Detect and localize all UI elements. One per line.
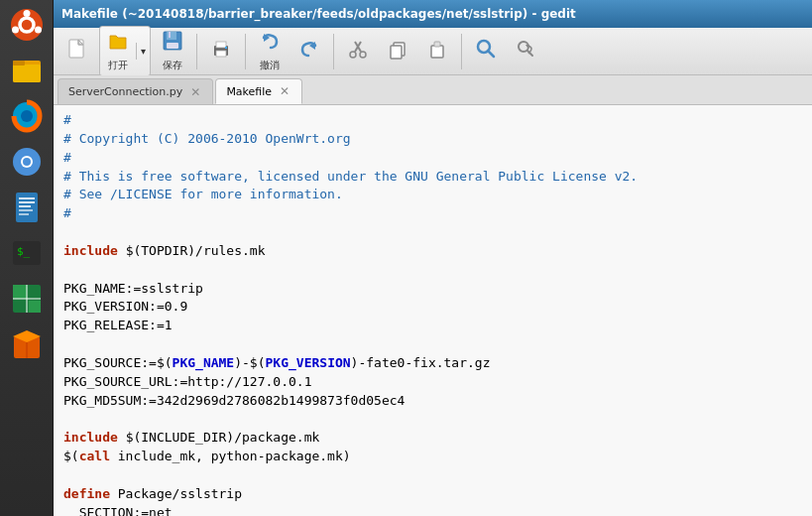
svg-rect-7 xyxy=(13,61,25,65)
print-button[interactable] xyxy=(203,35,239,67)
svg-rect-48 xyxy=(391,46,402,59)
undo-icon xyxy=(259,30,281,57)
svg-rect-23 xyxy=(29,301,41,313)
svg-rect-15 xyxy=(19,201,35,203)
svg-rect-36 xyxy=(167,43,178,49)
cut-icon xyxy=(347,38,369,64)
svg-rect-38 xyxy=(216,42,226,48)
copy-icon xyxy=(387,38,408,64)
firefox-icon[interactable] xyxy=(6,95,48,137)
save-icon xyxy=(162,30,183,57)
svg-rect-22 xyxy=(13,285,27,299)
package-icon[interactable] xyxy=(6,323,48,365)
titlebar-title: Makefile (~20140818/barrier_breaker/feed… xyxy=(61,7,576,21)
svg-rect-17 xyxy=(19,209,33,211)
tabbar: ServerConnection.py ✕ Makefile ✕ xyxy=(54,75,812,105)
redo-icon xyxy=(298,38,320,64)
toolbar: 打开 ▾ 保存 xyxy=(54,28,812,75)
separator-4 xyxy=(461,34,462,69)
chrome-icon[interactable] xyxy=(6,141,48,183)
svg-point-4 xyxy=(12,27,19,34)
paste-button[interactable] xyxy=(419,35,455,67)
replace-button[interactable] xyxy=(508,35,543,67)
svg-rect-49 xyxy=(431,46,443,58)
new-icon xyxy=(66,38,88,64)
tab-makefile-label: Makefile xyxy=(226,85,272,98)
terminal-icon[interactable]: $_ xyxy=(6,232,48,274)
svg-rect-34 xyxy=(167,32,176,40)
svg-point-9 xyxy=(21,110,33,122)
redo-button[interactable] xyxy=(291,35,327,67)
separator-3 xyxy=(333,34,334,69)
tab-serverconnection-close[interactable]: ✕ xyxy=(188,85,202,99)
svg-point-46 xyxy=(360,52,366,58)
svg-text:$_: $_ xyxy=(17,245,31,258)
undo-label: 撤消 xyxy=(260,59,280,72)
copy-button[interactable] xyxy=(380,35,415,67)
paste-icon xyxy=(426,38,448,64)
editor-area[interactable]: # # Copyright (C) 2006-2010 OpenWrt.org … xyxy=(54,105,812,516)
tab-serverconnection[interactable]: ServerConnection.py ✕ xyxy=(58,78,213,104)
svg-rect-6 xyxy=(13,64,41,82)
main-window: Makefile (~20140818/barrier_breaker/feed… xyxy=(54,0,812,516)
svg-rect-18 xyxy=(19,213,29,215)
svg-point-2 xyxy=(23,10,30,17)
sidebar: $_ xyxy=(0,0,54,516)
tab-makefile-close[interactable]: ✕ xyxy=(278,84,291,98)
tab-serverconnection-label: ServerConnection.py xyxy=(68,85,182,98)
separator-1 xyxy=(196,34,197,69)
svg-rect-35 xyxy=(169,32,171,38)
svg-rect-40 xyxy=(225,47,227,49)
open-dropdown-icon: ▾ xyxy=(141,46,146,57)
svg-point-3 xyxy=(35,27,42,34)
cut-button[interactable] xyxy=(340,35,376,67)
svg-rect-16 xyxy=(19,205,31,207)
svg-line-52 xyxy=(488,51,494,57)
open-button-group: 打开 ▾ xyxy=(99,26,151,76)
separator-2 xyxy=(245,34,246,69)
document-icon[interactable] xyxy=(6,187,48,228)
svg-rect-14 xyxy=(19,197,35,199)
svg-rect-50 xyxy=(434,42,440,47)
titlebar: Makefile (~20140818/barrier_breaker/feed… xyxy=(54,0,812,28)
svg-point-45 xyxy=(350,52,356,58)
svg-rect-39 xyxy=(216,51,226,57)
save-label: 保存 xyxy=(163,59,182,72)
svg-point-12 xyxy=(23,158,31,166)
spreadsheet-icon[interactable] xyxy=(6,278,48,320)
tab-makefile[interactable]: Makefile ✕ xyxy=(215,78,302,104)
save-button[interactable]: 保存 xyxy=(155,27,190,75)
search-icon xyxy=(475,38,497,64)
files-icon[interactable] xyxy=(6,50,48,91)
ubuntu-icon[interactable] xyxy=(6,4,48,46)
undo-button[interactable]: 撤消 xyxy=(252,27,288,75)
open-label: 打开 xyxy=(108,59,128,72)
find-button[interactable] xyxy=(468,35,504,67)
open-icon xyxy=(107,30,129,57)
replace-icon xyxy=(515,38,536,64)
open-button[interactable]: 打开 xyxy=(100,27,136,75)
new-button[interactable] xyxy=(59,35,95,67)
open-dropdown-button[interactable]: ▾ xyxy=(136,43,150,60)
print-icon xyxy=(210,38,232,64)
